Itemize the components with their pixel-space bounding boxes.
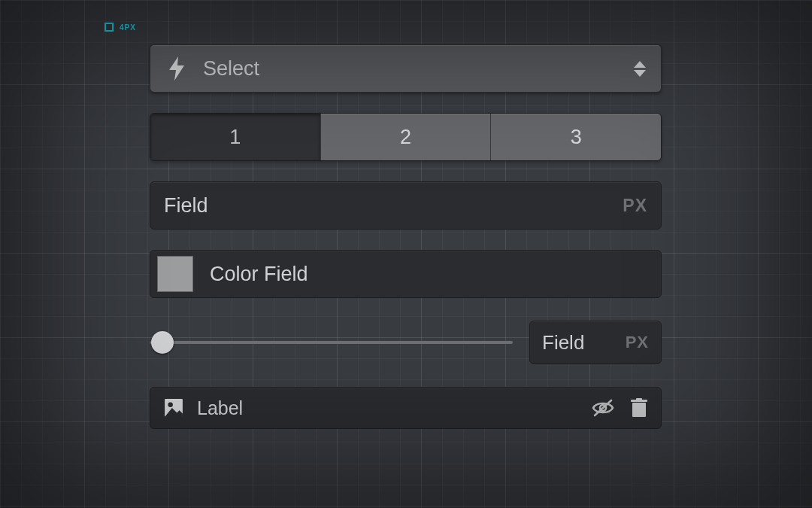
slider-value-label: Field (542, 331, 584, 354)
segment-3-label: 3 (571, 126, 582, 149)
control-stack: Select 1 2 3 Field PX Color Field Fi (150, 44, 662, 429)
slider-value-unit: PX (626, 333, 649, 352)
slider-value-field[interactable]: Field PX (529, 321, 662, 364)
trash-icon[interactable] (631, 398, 647, 418)
eye-off-icon[interactable] (592, 399, 614, 417)
segment-2-label: 2 (400, 126, 411, 149)
grid-unit-label: 4PX (120, 23, 136, 32)
segment-2[interactable]: 2 (320, 114, 491, 160)
chevron-up-down-icon (619, 61, 661, 77)
text-field[interactable]: Field PX (150, 181, 662, 230)
text-field-label: Field (164, 194, 609, 217)
text-field-unit: PX (623, 196, 647, 216)
label-row-title: Label (197, 397, 578, 419)
color-swatch[interactable] (157, 256, 193, 292)
slider-row: Field PX (150, 318, 662, 367)
segmented-control: 1 2 3 (150, 113, 662, 161)
color-field[interactable]: Color Field (150, 250, 662, 298)
picture-icon (164, 398, 183, 418)
slider-thumb[interactable] (151, 331, 174, 354)
label-row: Label (150, 387, 662, 429)
bolt-icon (150, 56, 203, 81)
grid-unit-badge: 4PX (105, 23, 136, 32)
grid-unit-square-icon (105, 23, 114, 32)
color-field-label: Color Field (210, 263, 647, 286)
svg-rect-4 (632, 403, 646, 417)
select-label: Select (203, 57, 619, 81)
select-dropdown[interactable]: Select (150, 44, 662, 93)
slider-track (150, 341, 513, 344)
slider[interactable] (150, 318, 513, 367)
segment-3[interactable]: 3 (490, 114, 661, 160)
svg-rect-6 (636, 398, 642, 400)
svg-point-1 (168, 402, 173, 407)
segment-1[interactable]: 1 (150, 114, 320, 160)
segment-1-label: 1 (229, 126, 241, 149)
